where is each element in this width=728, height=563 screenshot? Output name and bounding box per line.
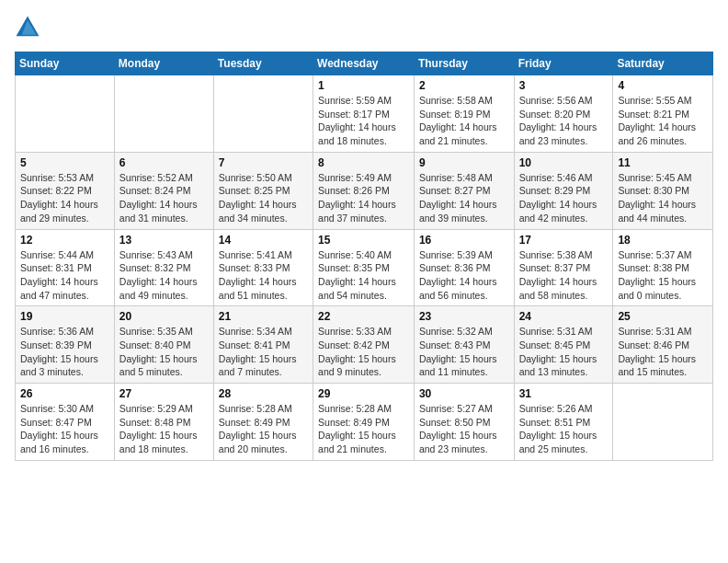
day-info: Sunrise: 5:45 AMSunset: 8:30 PMDaylight:… <box>618 171 708 225</box>
calendar-week-row: 19Sunrise: 5:36 AMSunset: 8:39 PMDayligh… <box>16 306 713 384</box>
day-number: 12 <box>20 234 109 247</box>
day-number: 31 <box>519 387 609 400</box>
day-number: 30 <box>419 387 509 400</box>
calendar-cell: 25Sunrise: 5:31 AMSunset: 8:46 PMDayligh… <box>613 306 713 384</box>
day-number: 9 <box>419 156 509 169</box>
day-info: Sunrise: 5:31 AMSunset: 8:46 PMDaylight:… <box>618 325 708 379</box>
calendar-cell: 23Sunrise: 5:32 AMSunset: 8:43 PMDayligh… <box>414 306 514 384</box>
day-number: 20 <box>119 310 209 323</box>
day-info: Sunrise: 5:38 AMSunset: 8:37 PMDaylight:… <box>519 248 609 303</box>
calendar-cell: 7Sunrise: 5:50 AMSunset: 8:25 PMDaylight… <box>213 152 313 229</box>
day-number: 15 <box>318 234 409 247</box>
day-number: 18 <box>618 234 708 247</box>
day-number: 28 <box>219 387 308 400</box>
calendar-cell: 9Sunrise: 5:48 AMSunset: 8:27 PMDaylight… <box>414 152 514 229</box>
day-number: 8 <box>318 156 409 169</box>
day-number: 29 <box>318 387 409 400</box>
calendar-cell: 14Sunrise: 5:41 AMSunset: 8:33 PMDayligh… <box>213 229 313 306</box>
calendar-cell: 1Sunrise: 5:59 AMSunset: 8:17 PMDaylight… <box>313 75 415 153</box>
calendar-week-row: 26Sunrise: 5:30 AMSunset: 8:47 PMDayligh… <box>16 384 713 461</box>
calendar-cell: 26Sunrise: 5:30 AMSunset: 8:47 PMDayligh… <box>16 384 115 461</box>
weekday-header: Saturday <box>613 52 713 75</box>
calendar-cell: 10Sunrise: 5:46 AMSunset: 8:29 PMDayligh… <box>514 152 613 229</box>
day-number: 6 <box>119 156 209 169</box>
calendar-cell: 24Sunrise: 5:31 AMSunset: 8:45 PMDayligh… <box>514 306 613 384</box>
day-info: Sunrise: 5:29 AMSunset: 8:48 PMDaylight:… <box>119 402 209 456</box>
calendar-cell: 18Sunrise: 5:37 AMSunset: 8:38 PMDayligh… <box>613 229 713 306</box>
calendar-cell: 6Sunrise: 5:52 AMSunset: 8:24 PMDaylight… <box>114 152 213 229</box>
day-number: 2 <box>419 79 509 92</box>
calendar-cell: 3Sunrise: 5:56 AMSunset: 8:20 PMDaylight… <box>514 75 613 153</box>
day-info: Sunrise: 5:39 AMSunset: 8:36 PMDaylight:… <box>419 248 509 303</box>
calendar-cell: 20Sunrise: 5:35 AMSunset: 8:40 PMDayligh… <box>114 306 213 384</box>
calendar-cell: 2Sunrise: 5:58 AMSunset: 8:19 PMDaylight… <box>414 75 514 153</box>
day-number: 3 <box>519 79 609 92</box>
calendar-cell <box>114 75 213 153</box>
day-info: Sunrise: 5:36 AMSunset: 8:39 PMDaylight:… <box>20 325 109 379</box>
day-info: Sunrise: 5:48 AMSunset: 8:27 PMDaylight:… <box>419 171 509 225</box>
day-info: Sunrise: 5:44 AMSunset: 8:31 PMDaylight:… <box>20 248 109 303</box>
calendar-cell: 8Sunrise: 5:49 AMSunset: 8:26 PMDaylight… <box>313 152 415 229</box>
day-number: 17 <box>519 234 609 247</box>
weekday-header: Tuesday <box>213 52 313 75</box>
day-info: Sunrise: 5:40 AMSunset: 8:35 PMDaylight:… <box>318 248 409 303</box>
calendar-week-row: 12Sunrise: 5:44 AMSunset: 8:31 PMDayligh… <box>16 229 713 306</box>
calendar-cell: 22Sunrise: 5:33 AMSunset: 8:42 PMDayligh… <box>313 306 415 384</box>
calendar-cell: 4Sunrise: 5:55 AMSunset: 8:21 PMDaylight… <box>613 75 713 153</box>
day-info: Sunrise: 5:35 AMSunset: 8:40 PMDaylight:… <box>119 325 209 379</box>
calendar-cell: 15Sunrise: 5:40 AMSunset: 8:35 PMDayligh… <box>313 229 415 306</box>
day-info: Sunrise: 5:52 AMSunset: 8:24 PMDaylight:… <box>119 171 209 225</box>
day-info: Sunrise: 5:55 AMSunset: 8:21 PMDaylight:… <box>618 94 708 148</box>
logo-icon <box>15 15 40 40</box>
day-number: 13 <box>119 234 209 247</box>
day-number: 22 <box>318 310 409 323</box>
day-number: 16 <box>419 234 509 247</box>
calendar-cell: 21Sunrise: 5:34 AMSunset: 8:41 PMDayligh… <box>213 306 313 384</box>
day-info: Sunrise: 5:46 AMSunset: 8:29 PMDaylight:… <box>519 171 609 225</box>
day-number: 25 <box>618 310 708 323</box>
day-number: 26 <box>20 387 109 400</box>
day-info: Sunrise: 5:32 AMSunset: 8:43 PMDaylight:… <box>419 325 509 379</box>
day-info: Sunrise: 5:41 AMSunset: 8:33 PMDaylight:… <box>219 248 308 303</box>
calendar-week-row: 5Sunrise: 5:53 AMSunset: 8:22 PMDaylight… <box>16 152 713 229</box>
day-number: 11 <box>618 156 708 169</box>
day-info: Sunrise: 5:43 AMSunset: 8:32 PMDaylight:… <box>119 248 209 303</box>
calendar-cell <box>213 75 313 153</box>
calendar-header: SundayMondayTuesdayWednesdayThursdayFrid… <box>16 52 713 75</box>
day-number: 23 <box>419 310 509 323</box>
calendar-cell: 16Sunrise: 5:39 AMSunset: 8:36 PMDayligh… <box>414 229 514 306</box>
day-number: 5 <box>20 156 109 169</box>
day-info: Sunrise: 5:37 AMSunset: 8:38 PMDaylight:… <box>618 248 708 303</box>
calendar-cell: 19Sunrise: 5:36 AMSunset: 8:39 PMDayligh… <box>16 306 115 384</box>
weekday-header: Monday <box>114 52 213 75</box>
day-number: 14 <box>219 234 308 247</box>
day-info: Sunrise: 5:28 AMSunset: 8:49 PMDaylight:… <box>219 402 308 456</box>
weekday-header: Friday <box>514 52 613 75</box>
day-number: 24 <box>519 310 609 323</box>
page-header <box>15 15 713 40</box>
logo <box>15 15 44 40</box>
weekday-header: Thursday <box>414 52 514 75</box>
day-info: Sunrise: 5:56 AMSunset: 8:20 PMDaylight:… <box>519 94 609 148</box>
day-number: 4 <box>618 79 708 92</box>
day-info: Sunrise: 5:33 AMSunset: 8:42 PMDaylight:… <box>318 325 409 379</box>
day-info: Sunrise: 5:53 AMSunset: 8:22 PMDaylight:… <box>20 171 109 225</box>
calendar-cell: 5Sunrise: 5:53 AMSunset: 8:22 PMDaylight… <box>16 152 115 229</box>
weekday-header: Sunday <box>16 52 115 75</box>
day-number: 1 <box>318 79 409 92</box>
calendar-cell: 11Sunrise: 5:45 AMSunset: 8:30 PMDayligh… <box>613 152 713 229</box>
calendar-cell: 31Sunrise: 5:26 AMSunset: 8:51 PMDayligh… <box>514 384 613 461</box>
day-number: 7 <box>219 156 308 169</box>
day-info: Sunrise: 5:58 AMSunset: 8:19 PMDaylight:… <box>419 94 509 148</box>
day-info: Sunrise: 5:50 AMSunset: 8:25 PMDaylight:… <box>219 171 308 225</box>
day-info: Sunrise: 5:59 AMSunset: 8:17 PMDaylight:… <box>318 94 409 148</box>
day-number: 19 <box>20 310 109 323</box>
day-number: 21 <box>219 310 308 323</box>
day-info: Sunrise: 5:27 AMSunset: 8:50 PMDaylight:… <box>419 402 509 456</box>
calendar-cell <box>613 384 713 461</box>
day-info: Sunrise: 5:26 AMSunset: 8:51 PMDaylight:… <box>519 402 609 456</box>
calendar-cell: 29Sunrise: 5:28 AMSunset: 8:49 PMDayligh… <box>313 384 415 461</box>
calendar-cell: 12Sunrise: 5:44 AMSunset: 8:31 PMDayligh… <box>16 229 115 306</box>
calendar-cell <box>16 75 115 153</box>
calendar-table: SundayMondayTuesdayWednesdayThursdayFrid… <box>15 52 713 461</box>
